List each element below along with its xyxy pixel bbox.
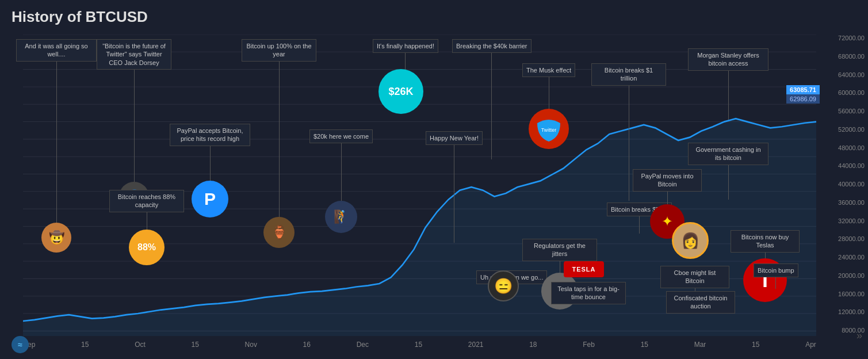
annotation-21: Government cashing in its bitcoin [688, 143, 768, 200]
chart-title: History of BTCUSD [12, 8, 148, 26]
nav-arrow[interactable]: » [856, 330, 862, 342]
annotation-1: And it was all going so well.... 🤠 [16, 39, 97, 253]
annotation-12: The Musk effect Twitter [522, 63, 575, 149]
annotation-6: $20k here we come 🧗 [309, 129, 373, 233]
annotation-18: Cboe might list Bitcoin [660, 266, 729, 294]
annotation-19: Confiscated bitcoin auction [666, 291, 735, 314]
annotation-10: Happy New Year! [426, 131, 483, 243]
annotation-20: Morgan Stanley offers bitcoin access [688, 48, 768, 120]
annotation-2: "Bitcoin is the future of Twitter" says … [97, 39, 171, 212]
tesla-logo-sm: TESLA [564, 261, 604, 277]
prev-price: 62986.09 [786, 94, 820, 104]
brand-logo: ≈ [12, 336, 29, 353]
svg-text:Twitter: Twitter [541, 127, 557, 133]
annotation-4: PayPal accepts Bitcoin, price hits recor… [170, 124, 250, 217]
annotation-14: Tesla taps in for a big-time bounce [551, 282, 626, 304]
annotation-5: Bitcoin up 100% on the year 🏺 [242, 39, 316, 248]
chart-container: History of BTCUSD 72000.00 68000.00 6400… [0, 0, 868, 359]
sad-circle: 😑 [488, 270, 519, 301]
person-circle: 👩 [672, 222, 709, 259]
current-price: 63085.71 [786, 85, 820, 94]
y-axis: 72000.00 68000.00 64000.00 60000.00 5600… [822, 35, 868, 334]
annotation-8: $26K [378, 69, 423, 114]
x-axis: Sep 15 Oct 15 Nov 16 Dec 15 2021 18 Feb … [23, 341, 816, 349]
price-badge: 63085.71 62986.09 [786, 85, 820, 104]
annotation-23: Bitcoin bump [754, 263, 798, 289]
